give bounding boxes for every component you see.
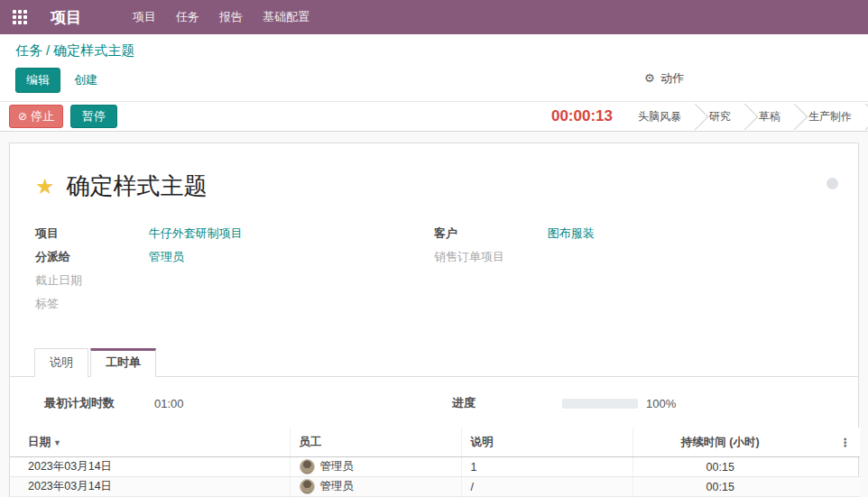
field-project: 项目 牛仔外套研制项目	[35, 225, 434, 242]
timesheet-summary: 最初计划时数 01:00 进度 100%	[35, 377, 833, 428]
app-title[interactable]: 项目	[51, 7, 81, 28]
field-customer: 客户 图布服装	[434, 225, 833, 242]
apps-grid-icon[interactable]	[13, 10, 28, 25]
optional-columns-icon[interactable]: ⋮	[806, 428, 860, 457]
favorite-star-icon[interactable]: ★	[35, 174, 55, 199]
menu-item-configuration[interactable]: 基础配置	[253, 0, 319, 34]
planned-hours-value: 01:00	[154, 397, 184, 410]
field-tags: 标签	[35, 296, 434, 312]
column-header-date[interactable]: 日期▼	[10, 428, 290, 457]
table-row[interactable]: 2023年03月14日 管理员 1 00:15	[10, 457, 860, 477]
progress-percent: 100%	[646, 397, 676, 410]
pause-timer-button[interactable]: 暂停	[70, 105, 117, 128]
gear-icon: ⚙	[644, 71, 655, 85]
stop-timer-button[interactable]: ⊘停止	[9, 105, 63, 128]
task-title: 确定样式主题	[67, 170, 208, 202]
top-navbar: 项目 项目 任务 报告 基础配置	[0, 0, 868, 34]
tab-timesheets[interactable]: 工时单	[90, 348, 156, 377]
kanban-state-dot[interactable]	[826, 178, 838, 189]
breadcrumb: 任务/确定样式主题	[0, 34, 868, 62]
main-menu: 项目 任务 报告 基础配置	[123, 0, 319, 34]
table-header-row: 日期▼ 员工 说明 持续时间 (小时) ⋮	[10, 428, 860, 457]
menu-item-project[interactable]: 项目	[123, 0, 166, 34]
planned-hours-label: 最初计划时数	[44, 395, 154, 411]
actions-label: 动作	[660, 71, 684, 85]
field-assignee: 分派给 管理员	[35, 249, 434, 265]
notebook-tabs: 说明 工时单	[10, 348, 858, 377]
menu-item-reports[interactable]: 报告	[209, 0, 253, 34]
timesheet-table: 日期▼ 员工 说明 持续时间 (小时) ⋮ 2023年03月14日 管理员 1 …	[10, 428, 860, 497]
field-sale-order-item: 销售订单项目	[434, 249, 833, 265]
control-buttons-row: 编辑 创建 ⚙ 动作	[0, 62, 868, 101]
stage-statusbar: 头脑风暴 研究 草稿 生产制作	[626, 102, 868, 131]
project-link[interactable]: 牛仔外套研制项目	[149, 226, 243, 240]
customer-link[interactable]: 图布服装	[548, 226, 595, 240]
field-group: 项目 牛仔外套研制项目 分派给 管理员 截止日期 标签 客户	[35, 225, 833, 319]
assignee-link[interactable]: 管理员	[149, 250, 184, 263]
task-form-sheet: ★ 确定样式主题 项目 牛仔外套研制项目 分派给 管理员 截止日期 标签	[9, 143, 859, 497]
column-header-duration[interactable]: 持续时间 (小时)	[633, 428, 806, 457]
menu-item-tasks[interactable]: 任务	[166, 0, 209, 34]
progress-bar	[562, 399, 638, 409]
tab-description[interactable]: 说明	[34, 348, 88, 377]
elapsed-timer: 00:00:13	[551, 107, 613, 125]
column-header-employee[interactable]: 员工	[290, 428, 461, 457]
create-button[interactable]: 创建	[74, 72, 97, 88]
employee-avatar	[300, 479, 315, 494]
field-deadline: 截止日期	[35, 272, 434, 289]
form-background: ★ 确定样式主题 项目 牛仔外套研制项目 分派给 管理员 截止日期 标签	[0, 132, 868, 497]
stop-icon: ⊘	[18, 110, 27, 123]
column-header-description[interactable]: 说明	[461, 428, 633, 457]
sort-desc-icon: ▼	[53, 438, 61, 447]
timer-status-bar: ⊘停止 暂停 00:00:13 头脑风暴 研究 草稿 生产制作	[0, 101, 868, 132]
actions-dropdown[interactable]: ⚙ 动作	[644, 70, 684, 87]
breadcrumb-separator: /	[42, 42, 53, 58]
edit-button[interactable]: 编辑	[15, 68, 60, 93]
table-row[interactable]: 2023年03月14日 管理员 / 00:15	[10, 477, 860, 497]
progress-label: 进度	[452, 395, 562, 411]
employee-avatar	[300, 459, 315, 474]
breadcrumb-parent[interactable]: 任务	[15, 42, 42, 58]
breadcrumb-current: 确定样式主题	[53, 42, 134, 58]
